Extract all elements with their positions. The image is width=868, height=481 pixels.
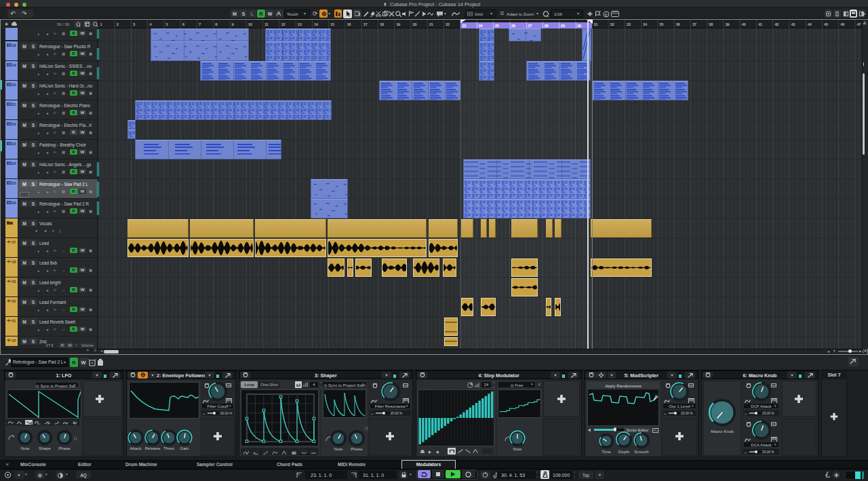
svg-text:e: e — [605, 12, 608, 16]
